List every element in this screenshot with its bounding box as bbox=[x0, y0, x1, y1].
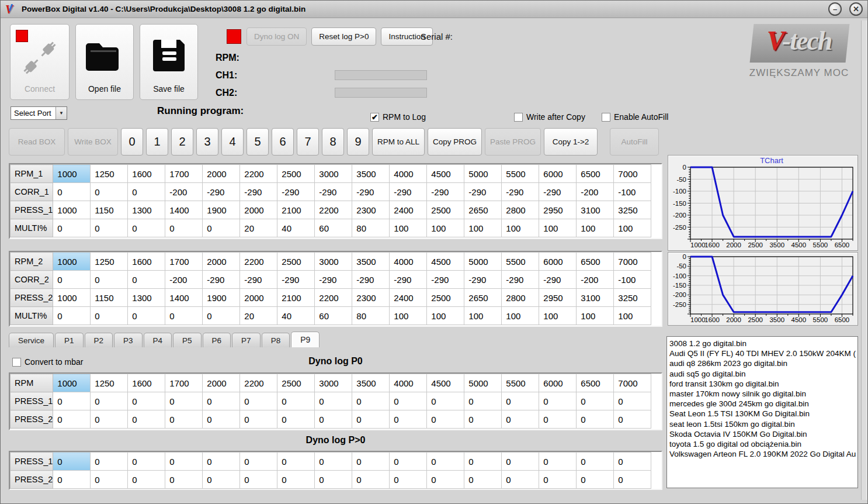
table-cell[interactable]: 0 bbox=[128, 453, 165, 471]
file-list-item[interactable]: audi q8 286km 2023 go digital.bin bbox=[669, 358, 857, 368]
digit-button-6[interactable]: 6 bbox=[272, 128, 294, 156]
file-list-item[interactable]: audi sq5 go digital.bin bbox=[669, 369, 857, 379]
table-cell[interactable]: 0 bbox=[165, 307, 203, 325]
table-cell[interactable]: -290 bbox=[427, 183, 464, 201]
table-cell[interactable]: 1250 bbox=[91, 374, 128, 392]
table-cell[interactable]: 0 bbox=[390, 453, 427, 471]
table-cell[interactable]: 0 bbox=[128, 183, 165, 201]
table-cell[interactable]: 0 bbox=[53, 271, 91, 289]
save-file-button[interactable]: Save file bbox=[140, 24, 198, 100]
table-cell[interactable]: 100 bbox=[614, 307, 651, 325]
file-list-item[interactable]: seat leon 1.5tsi 150km go digital.bin bbox=[669, 419, 857, 429]
reset-log-button[interactable]: Reset log P>0 bbox=[311, 27, 376, 46]
table-cell[interactable]: 0 bbox=[91, 183, 128, 201]
table-cell[interactable]: 2500 bbox=[427, 201, 464, 219]
table-cell[interactable]: 0 bbox=[577, 471, 614, 489]
table-cell[interactable]: 1900 bbox=[203, 289, 240, 307]
table-cell[interactable]: 6000 bbox=[539, 253, 577, 271]
dyno-log-on-button[interactable]: Dyno log ON bbox=[246, 27, 307, 46]
table-cell[interactable]: -290 bbox=[315, 271, 352, 289]
table-cell[interactable]: 20 bbox=[240, 307, 277, 325]
tab-p4[interactable]: P4 bbox=[144, 333, 172, 347]
table-cell[interactable]: -290 bbox=[203, 183, 240, 201]
tab-service[interactable]: Service bbox=[9, 333, 54, 347]
table-cell[interactable]: 3250 bbox=[614, 289, 651, 307]
table-cell[interactable]: 0 bbox=[203, 219, 240, 237]
table-cell[interactable]: 0 bbox=[502, 453, 539, 471]
table-cell[interactable]: 0 bbox=[203, 410, 240, 429]
chevron-down-icon[interactable]: ▼ bbox=[55, 107, 67, 119]
table-cell[interactable]: 40 bbox=[277, 219, 315, 237]
checkbox-box[interactable] bbox=[514, 113, 523, 122]
table-cell[interactable]: 0 bbox=[128, 307, 165, 325]
table-cell[interactable]: 1150 bbox=[91, 289, 128, 307]
table-cell[interactable]: 80 bbox=[352, 307, 390, 325]
table-cell[interactable]: 2950 bbox=[539, 289, 577, 307]
table-cell[interactable]: 0 bbox=[277, 471, 315, 489]
table-cell[interactable]: 0 bbox=[315, 410, 352, 429]
rpm-to-all-button[interactable]: RPM to ALL bbox=[372, 128, 425, 156]
table-cell[interactable]: 0 bbox=[91, 271, 128, 289]
table-cell[interactable]: 3500 bbox=[352, 253, 390, 271]
write-box-button[interactable]: Write BOX bbox=[68, 128, 118, 156]
table-cell[interactable]: 0 bbox=[539, 471, 577, 489]
table-cell[interactable]: 0 bbox=[128, 219, 165, 237]
table-cell[interactable]: 0 bbox=[165, 219, 203, 237]
table-cell[interactable]: 0 bbox=[203, 453, 240, 471]
copy-prog-button[interactable]: Copy PROG bbox=[428, 128, 482, 156]
table-cell[interactable]: -290 bbox=[427, 271, 464, 289]
digit-button-3[interactable]: 3 bbox=[196, 128, 218, 156]
table-cell[interactable]: 2800 bbox=[502, 201, 539, 219]
table-cell[interactable]: 40 bbox=[277, 307, 315, 325]
table-cell[interactable]: -290 bbox=[277, 183, 315, 201]
table-cell[interactable]: 6500 bbox=[577, 165, 614, 183]
table-cell[interactable]: 3100 bbox=[577, 289, 614, 307]
table-cell[interactable]: 0 bbox=[240, 392, 277, 410]
table-cell[interactable]: 0 bbox=[165, 410, 203, 429]
table-cell[interactable]: 4500 bbox=[427, 374, 464, 392]
table-cell[interactable]: 1700 bbox=[165, 374, 203, 392]
table-cell[interactable]: -290 bbox=[539, 271, 577, 289]
table-cell[interactable]: 1250 bbox=[91, 253, 128, 271]
table-cell[interactable]: 0 bbox=[91, 219, 128, 237]
write-after-copy-checkbox[interactable]: Write after Copy bbox=[514, 112, 585, 122]
table-cell[interactable]: 6500 bbox=[577, 374, 614, 392]
table-cell[interactable]: 2100 bbox=[277, 201, 315, 219]
table-cell[interactable]: -200 bbox=[577, 271, 614, 289]
table-cell[interactable]: 0 bbox=[352, 471, 390, 489]
table-cell[interactable]: 3100 bbox=[577, 201, 614, 219]
tab-p5[interactable]: P5 bbox=[173, 333, 202, 347]
table-cell[interactable]: 0 bbox=[203, 392, 240, 410]
open-file-button[interactable]: Open file bbox=[75, 24, 134, 100]
table-cell[interactable]: 4500 bbox=[427, 165, 464, 183]
table-cell[interactable]: -200 bbox=[165, 183, 203, 201]
table-cell[interactable]: 0 bbox=[614, 410, 651, 429]
file-list-item[interactable]: Seat Leon 1.5 TSI 130KM Go Digital.bin bbox=[669, 409, 857, 419]
table-cell[interactable]: 2650 bbox=[464, 201, 502, 219]
table-cell[interactable]: 2200 bbox=[240, 165, 277, 183]
table-cell[interactable]: 0 bbox=[91, 453, 128, 471]
table-cell[interactable]: 1700 bbox=[165, 253, 203, 271]
table-cell[interactable]: 0 bbox=[91, 307, 128, 325]
autofill-button[interactable]: AutoFill bbox=[610, 128, 659, 156]
table-cell[interactable]: 1400 bbox=[165, 201, 203, 219]
table-cell[interactable]: -290 bbox=[315, 183, 352, 201]
table-cell[interactable]: 0 bbox=[390, 392, 427, 410]
table-cell[interactable]: 1600 bbox=[128, 165, 165, 183]
table-cell[interactable]: 5000 bbox=[464, 253, 502, 271]
table-cell[interactable]: 1250 bbox=[91, 165, 128, 183]
table-cell[interactable]: 2000 bbox=[203, 253, 240, 271]
table-cell[interactable]: 2000 bbox=[240, 201, 277, 219]
table-cell[interactable]: 0 bbox=[464, 471, 502, 489]
table-cell[interactable]: 4000 bbox=[390, 253, 427, 271]
table-cell[interactable]: 0 bbox=[53, 307, 91, 325]
table-cell[interactable]: 0 bbox=[427, 392, 464, 410]
table-cell[interactable]: 2000 bbox=[203, 374, 240, 392]
table-cell[interactable]: -290 bbox=[464, 271, 502, 289]
rpm-to-log-checkbox[interactable]: ✔ RPM to Log bbox=[370, 112, 426, 122]
table-cell[interactable]: 100 bbox=[502, 307, 539, 325]
table-cell[interactable]: -290 bbox=[352, 183, 390, 201]
table-cell[interactable]: 0 bbox=[203, 471, 240, 489]
table-cell[interactable]: 0 bbox=[464, 410, 502, 429]
table-cell[interactable]: -290 bbox=[539, 183, 577, 201]
